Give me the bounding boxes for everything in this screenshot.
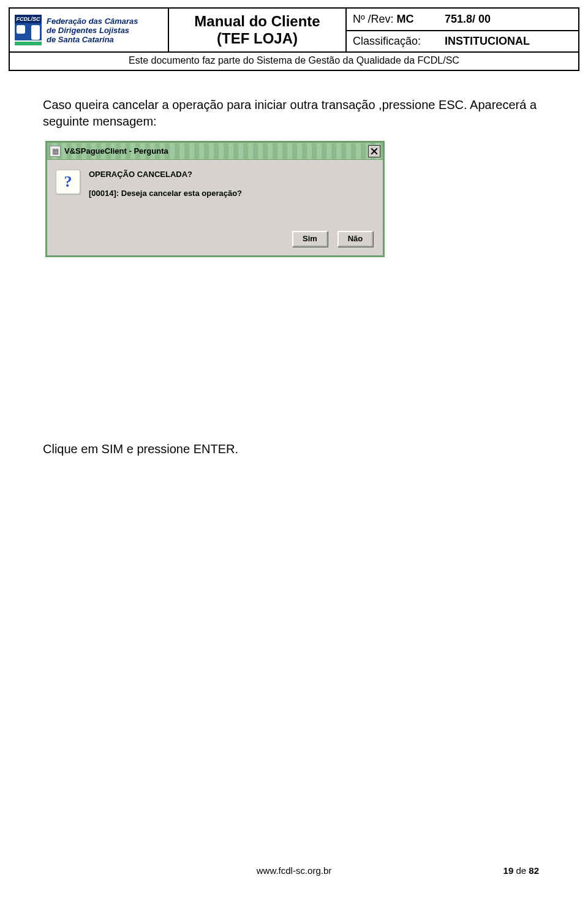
class-label: Classificação:: [353, 35, 445, 48]
rev-label: Nº /Rev: MC: [353, 13, 445, 26]
rev-prefix: MC: [397, 13, 414, 25]
page-number: 19 de 82: [503, 865, 539, 876]
dialog-body: ? OPERAÇÃO CANCELADA? [00014]: Deseja ca…: [47, 160, 383, 227]
header-subnote: Este documento faz parte do Sistema de G…: [10, 51, 578, 70]
dialog-title-text: V&SPagueClient - Pergunta: [64, 146, 368, 156]
meta-cell: Nº /Rev: MC 751.8/ 00 Classificação: INS…: [347, 9, 578, 51]
org-line-1: Federação das Câmaras: [47, 17, 138, 26]
logo-acronym: FCDL/SC: [15, 15, 42, 23]
meta-revision: Nº /Rev: MC 751.8/ 00: [347, 9, 578, 30]
dialog-message-line-2: [00014]: Deseja cancelar esta operação?: [89, 189, 242, 198]
dialog-message-line-1: OPERAÇÃO CANCELADA?: [89, 170, 242, 179]
logo-underline: [15, 42, 42, 45]
close-button[interactable]: [368, 145, 380, 157]
rev-label-text: Nº /Rev:: [353, 13, 397, 25]
logo: FCDL/SC Federação das Câmaras de Dirigen…: [15, 15, 138, 45]
paragraph-2: Clique em SIM e pressione ENTER.: [43, 441, 545, 457]
org-line-3: de Santa Catarina: [47, 35, 138, 44]
dialog-button-row: Sim Não: [47, 227, 383, 255]
logo-graphic: [15, 23, 42, 40]
footer-url: www.fcdl-sc.org.br: [0, 865, 588, 876]
question-glyph: ?: [64, 173, 72, 191]
page-total: 82: [529, 865, 539, 876]
doc-title-line-2: (TEF LOJA): [217, 30, 298, 47]
doc-title-line-1: Manual do Cliente: [194, 13, 320, 30]
dialog-window: ▦ V&SPagueClient - Pergunta ? OPERAÇÃO C…: [45, 141, 385, 257]
dialog-message: OPERAÇÃO CANCELADA? [00014]: Deseja canc…: [89, 170, 242, 222]
rev-value: 751.8/ 00: [445, 13, 491, 26]
org-name: Federação das Câmaras de Dirigentes Loji…: [47, 17, 138, 44]
header-row-main: FCDL/SC Federação das Câmaras de Dirigen…: [10, 9, 578, 51]
title-cell: Manual do Cliente (TEF LOJA): [169, 9, 347, 51]
paragraph-1: Caso queira cancelar a operação para ini…: [43, 97, 545, 130]
dialog-screenshot: ▦ V&SPagueClient - Pergunta ? OPERAÇÃO C…: [45, 141, 545, 257]
meta-classification: Classificação: INSTITUCIONAL: [347, 30, 578, 51]
page-body: Caso queira cancelar a operação para ini…: [43, 80, 545, 468]
document-header: FCDL/SC Federação das Câmaras de Dirigen…: [9, 7, 579, 71]
logo-cell: FCDL/SC Federação das Câmaras de Dirigen…: [10, 9, 169, 51]
question-icon: ?: [56, 170, 80, 194]
logo-mark: FCDL/SC: [15, 15, 42, 45]
no-button[interactable]: Não: [337, 231, 373, 247]
page-current: 19: [503, 865, 514, 876]
yes-button[interactable]: Sim: [292, 231, 328, 247]
dialog-titlebar: ▦ V&SPagueClient - Pergunta: [47, 143, 383, 160]
close-icon: [371, 148, 378, 155]
org-line-2: de Dirigentes Lojistas: [47, 26, 138, 35]
page-sep: de: [513, 865, 529, 876]
class-value: INSTITUCIONAL: [445, 35, 530, 48]
window-icon: ▦: [50, 146, 61, 157]
